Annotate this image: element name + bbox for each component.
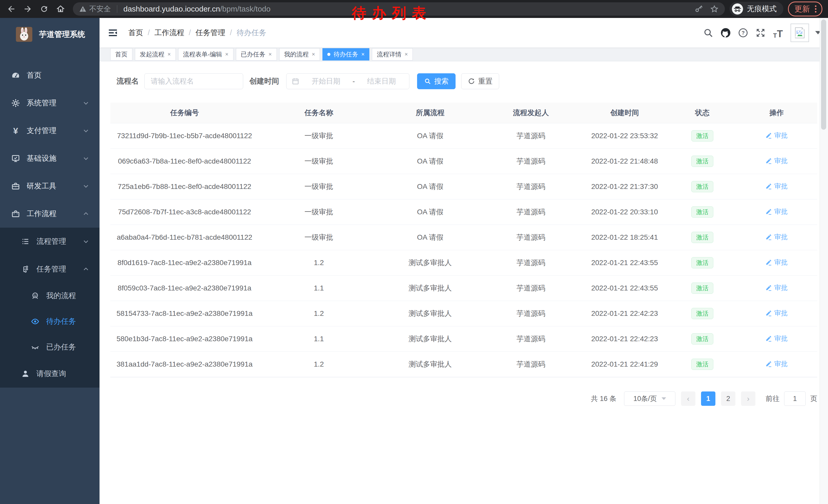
browser-menu-icon[interactable] — [813, 5, 818, 12]
close-icon[interactable]: × — [312, 51, 315, 58]
sidebar-item-todo-tasks[interactable]: 待办任务 — [0, 309, 99, 334]
chevron-up-icon — [83, 266, 89, 273]
broken-image-icon — [793, 26, 806, 40]
cell-starter: 芋道源码 — [482, 258, 580, 268]
breadcrumb-workflow[interactable]: 工作流程 — [155, 28, 184, 38]
edit-icon — [765, 209, 772, 215]
sidebar-item-label: 流程管理 — [36, 236, 83, 246]
browser-reload-button[interactable] — [38, 3, 50, 15]
tab-process-detail[interactable]: 流程详情× — [372, 48, 413, 60]
sidebar-item-payment[interactable]: ¥ 支付管理 — [0, 117, 99, 145]
status-badge: 激活 — [691, 359, 713, 370]
tab-process-form-edit[interactable]: 流程表单-编辑× — [178, 48, 234, 60]
close-icon[interactable]: × — [167, 51, 171, 58]
sidebar-collapse-button[interactable] — [107, 27, 119, 39]
sidebar-item-home[interactable]: 首页 — [0, 61, 99, 89]
browser-forward-button[interactable] — [22, 3, 33, 15]
update-label: 更新 — [794, 4, 810, 14]
annotation-overlay: 待办列表 — [352, 4, 432, 23]
sidebar-item-devtools[interactable]: 研发工具 — [0, 172, 99, 200]
prev-page-button[interactable]: ‹ — [681, 392, 695, 406]
page-size-select[interactable]: 10条/页 — [624, 392, 675, 406]
approve-link[interactable]: 审批 — [765, 309, 787, 318]
monitor-icon — [11, 154, 20, 163]
close-icon[interactable]: × — [405, 51, 408, 58]
breadcrumb-task-management[interactable]: 任务管理 — [196, 28, 225, 38]
cell-task-id: 73211d9d-7b9b-11ec-b5b7-acde48001122 — [110, 132, 259, 140]
navbar-actions: ? TT — [697, 24, 828, 42]
approve-link[interactable]: 审批 — [765, 334, 787, 343]
breadcrumb-home[interactable]: 首页 — [128, 28, 143, 38]
cell-task-id: 069c6a63-7b8a-11ec-8ef0-acde48001122 — [110, 157, 259, 165]
sidebar-item-done-tasks[interactable]: 已办任务 — [0, 334, 99, 360]
eye-closed-icon — [31, 343, 40, 352]
cell-task-name: 一级审批 — [259, 182, 379, 191]
approve-link[interactable]: 审批 — [765, 131, 787, 140]
sidebar-item-system[interactable]: 系统管理 — [0, 89, 99, 117]
process-name-input[interactable]: 请输入流程名 — [144, 73, 243, 89]
close-icon[interactable]: × — [268, 51, 272, 58]
tab-todo-tasks[interactable]: 待办任务× — [322, 48, 369, 60]
page-button-2[interactable]: 2 — [721, 392, 735, 406]
cell-created: 2022-01-22 20:33:10 — [580, 208, 669, 216]
table-row: 73211d9d-7b9b-11ec-b5b7-acde48001122 一级审… — [110, 123, 817, 149]
approve-label: 审批 — [774, 334, 787, 343]
approve-label: 审批 — [774, 207, 787, 216]
cell-created: 2022-01-21 22:42:23 — [580, 335, 669, 343]
cell-task-id: 725a1eb6-7b88-11ec-8ef0-acde48001122 — [110, 183, 259, 191]
tab-home[interactable]: 首页 — [110, 48, 132, 60]
font-size-button[interactable]: TT — [772, 27, 784, 39]
github-link[interactable] — [720, 27, 732, 39]
sidebar-logo[interactable]: 芋道管理系统 — [0, 18, 99, 47]
sidebar-item-task-management[interactable]: 任务管理 — [0, 255, 99, 283]
browser-back-button[interactable] — [6, 3, 17, 15]
browser-update-button[interactable]: 更新 — [788, 2, 822, 16]
sidebar-item-infrastructure[interactable]: 基础设施 — [0, 145, 99, 172]
approve-link[interactable]: 审批 — [765, 232, 787, 241]
close-icon[interactable]: × — [361, 51, 365, 58]
page-scrollbar[interactable] — [820, 18, 828, 504]
approve-link[interactable]: 审批 — [765, 359, 787, 368]
sidebar-item-leave-query[interactable]: 请假查询 — [0, 360, 99, 387]
search-icon — [703, 28, 713, 38]
help-button[interactable]: ? — [737, 27, 749, 39]
table-row: 8f059c03-7ac8-11ec-a9e2-a2380e71991a 1.1… — [110, 276, 817, 301]
approve-link[interactable]: 审批 — [765, 283, 787, 292]
close-icon[interactable]: × — [225, 51, 229, 58]
approve-link[interactable]: 审批 — [765, 156, 787, 165]
create-time-label: 创建时间 — [249, 76, 279, 86]
browser-home-button[interactable] — [55, 3, 66, 15]
sidebar-item-process-management[interactable]: 流程管理 — [0, 228, 99, 255]
search-button[interactable]: 搜索 — [417, 73, 456, 89]
approve-link[interactable]: 审批 — [765, 182, 787, 191]
sidebar-item-my-process[interactable]: 我的流程 — [0, 283, 99, 309]
goto-page-input[interactable] — [784, 392, 806, 406]
scrollbar-thumb[interactable] — [821, 19, 826, 130]
header-search-button[interactable] — [702, 27, 714, 39]
dashboard-icon — [11, 71, 20, 80]
cell-task-id: 58154733-7ac8-11ec-a9e2-a2380e71991a — [110, 310, 259, 318]
fullscreen-button[interactable] — [755, 27, 767, 39]
approve-link[interactable]: 审批 — [765, 207, 787, 216]
sidebar-item-label: 请假查询 — [36, 369, 99, 379]
chevron-down-icon — [83, 183, 89, 189]
robot-face-icon — [31, 291, 40, 300]
col-action: 操作 — [736, 108, 817, 118]
sidebar-item-workflow[interactable]: 工作流程 — [0, 200, 99, 228]
avatar[interactable] — [791, 24, 809, 42]
next-page-button[interactable]: › — [741, 392, 755, 406]
tab-done-tasks[interactable]: 已办任务× — [236, 48, 277, 60]
cell-starter: 芋道源码 — [482, 156, 580, 166]
security-warning[interactable]: 不安全 — [79, 4, 111, 14]
tab-start-process[interactable]: 发起流程× — [135, 48, 176, 60]
page-button-1[interactable]: 1 — [701, 392, 715, 406]
cell-task-name: 1.2 — [259, 259, 379, 267]
date-range-picker[interactable]: 开始日期 - 结束日期 — [286, 73, 409, 89]
url-text: dashboard.yudao.iocoder.cn/bpm/task/todo — [123, 5, 271, 13]
bookmark-button[interactable] — [710, 5, 719, 13]
tab-my-process[interactable]: 我的流程× — [279, 48, 320, 60]
approve-link[interactable]: 审批 — [765, 258, 787, 267]
reset-button[interactable]: 重置 — [461, 73, 499, 89]
password-manager-button[interactable] — [695, 5, 703, 13]
flow-tree-icon — [21, 265, 30, 274]
